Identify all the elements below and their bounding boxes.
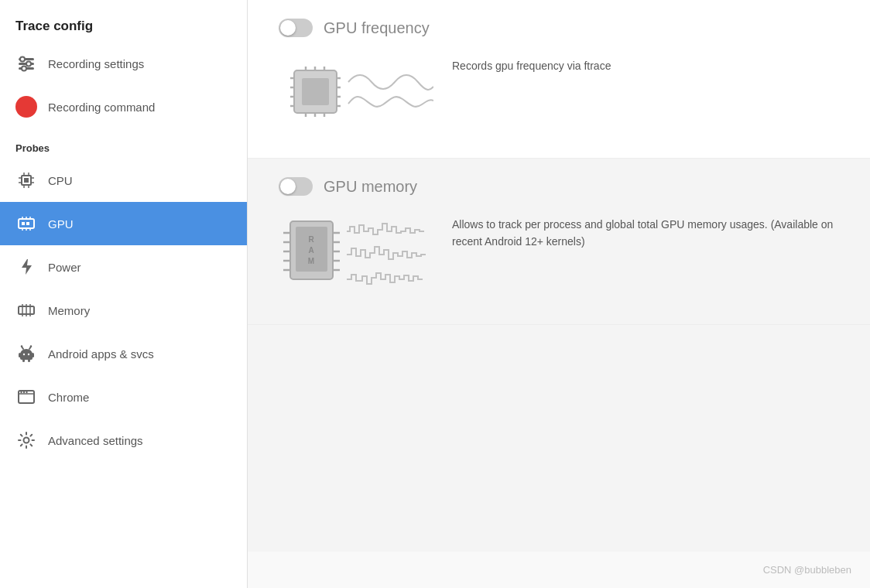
svg-rect-43 — [19, 353, 21, 357]
svg-point-42 — [30, 345, 32, 347]
gpu-memory-description: Allows to track per process and global t… — [452, 210, 839, 251]
svg-rect-17 — [22, 222, 25, 225]
probes-section-label: Probes — [0, 128, 247, 159]
sidebar-item-power[interactable]: Power — [0, 245, 247, 289]
svg-rect-44 — [32, 353, 34, 357]
gpu-frequency-toggle[interactable] — [279, 19, 313, 37]
svg-point-51 — [26, 391, 27, 393]
svg-rect-46 — [28, 359, 30, 362]
sidebar-title: Trace config — [0, 8, 247, 42]
sidebar-item-power-label: Power — [48, 261, 81, 274]
cpu-icon — [15, 169, 37, 191]
gpu-memory-title: GPU memory — [324, 178, 417, 196]
svg-rect-7 — [24, 178, 29, 183]
sidebar-item-advanced-settings-label: Advanced settings — [48, 434, 143, 447]
gpu-frequency-body: Records gpu frequency via ftrace — [279, 51, 839, 136]
sidebar-item-recording-settings-label: Recording settings — [48, 57, 144, 70]
sidebar-item-android-label: Android apps & svcs — [48, 347, 154, 361]
sidebar-item-advanced-settings[interactable]: Advanced settings — [0, 419, 247, 462]
sidebar-item-cpu[interactable]: CPU — [0, 159, 247, 202]
sidebar-item-chrome[interactable]: Chrome — [0, 375, 247, 419]
gpu-memory-toggle[interactable] — [279, 177, 313, 196]
svg-rect-54 — [302, 78, 329, 105]
svg-point-50 — [23, 391, 25, 393]
svg-point-4 — [26, 62, 31, 67]
sidebar-item-memory-label: Memory — [48, 304, 90, 317]
sidebar-item-recording-command-label: Recording command — [48, 101, 155, 114]
footer-credit: CSDN @bubbleben — [248, 552, 870, 588]
sliders-icon — [15, 53, 37, 74]
svg-text:M: M — [308, 257, 314, 265]
sidebar-item-cpu-label: CPU — [48, 174, 73, 187]
sidebar-item-gpu[interactable]: GPU — [0, 202, 247, 245]
gpu-memory-header: GPU memory — [279, 177, 839, 196]
gpu-frequency-section: GPU frequency — [248, 0, 870, 159]
sidebar: Trace config Recording settings Recordin… — [0, 0, 248, 588]
gpu-frequency-header: GPU frequency — [279, 19, 839, 37]
svg-point-49 — [20, 391, 22, 393]
gpu-frequency-title: GPU frequency — [324, 19, 430, 37]
sidebar-item-gpu-label: GPU — [48, 217, 74, 231]
svg-point-37 — [23, 354, 25, 355]
gpu-memory-body: R A M — [279, 210, 839, 303]
sidebar-item-android[interactable]: Android apps & svcs — [0, 332, 247, 375]
gpu-memory-section: GPU memory R A M — [248, 159, 870, 325]
svg-point-52 — [24, 438, 29, 443]
power-icon — [15, 256, 37, 278]
main-content: GPU frequency — [248, 0, 870, 588]
svg-rect-36 — [20, 353, 33, 360]
svg-point-3 — [20, 57, 25, 62]
sidebar-item-memory[interactable]: Memory — [0, 289, 247, 332]
gpu-frequency-illustration — [279, 51, 433, 136]
sidebar-item-recording-command[interactable]: Recording command — [0, 85, 247, 128]
svg-rect-45 — [22, 359, 25, 362]
gear-icon — [15, 429, 37, 451]
gpu-icon — [15, 213, 37, 234]
svg-text:A: A — [308, 246, 313, 255]
svg-point-38 — [28, 354, 29, 355]
chrome-icon — [15, 386, 37, 408]
sidebar-item-chrome-label: Chrome — [48, 391, 89, 404]
memory-icon — [15, 299, 37, 321]
gpu-memory-illustration: R A M — [279, 210, 433, 303]
svg-point-5 — [22, 67, 26, 71]
svg-text:R: R — [308, 235, 314, 244]
svg-rect-18 — [26, 222, 29, 225]
svg-point-41 — [21, 345, 22, 347]
android-icon — [15, 343, 37, 364]
recording-command-dot — [15, 96, 37, 118]
sidebar-item-recording-settings[interactable]: Recording settings — [0, 42, 247, 85]
gpu-frequency-description: Records gpu frequency via ftrace — [452, 51, 611, 74]
